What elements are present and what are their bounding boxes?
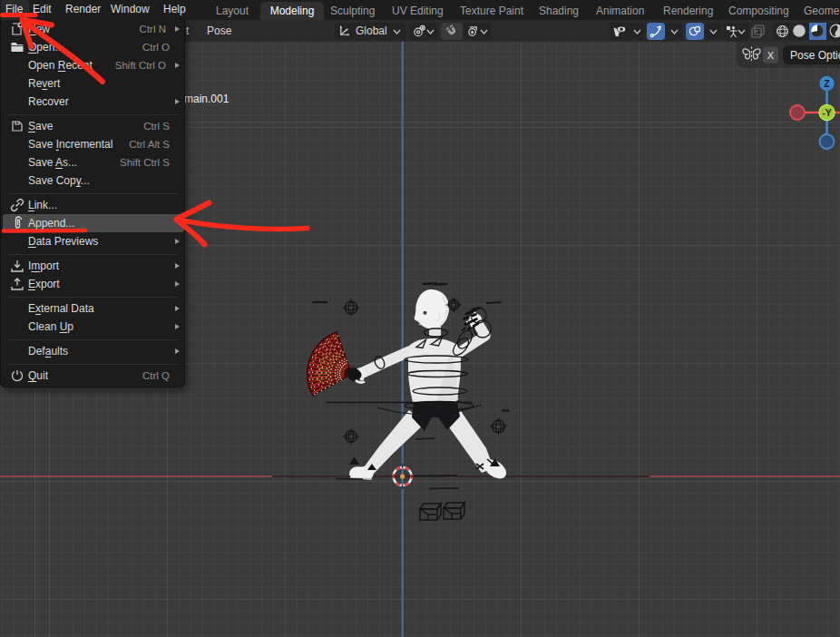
svg-text:X: X — [767, 50, 775, 61]
svg-text:-Y: -Y — [822, 107, 832, 118]
svg-text:main.001: main.001 — [184, 93, 230, 105]
svg-text:Pose Optio: Pose Optio — [790, 49, 840, 62]
svg-text:Z: Z — [824, 78, 830, 89]
